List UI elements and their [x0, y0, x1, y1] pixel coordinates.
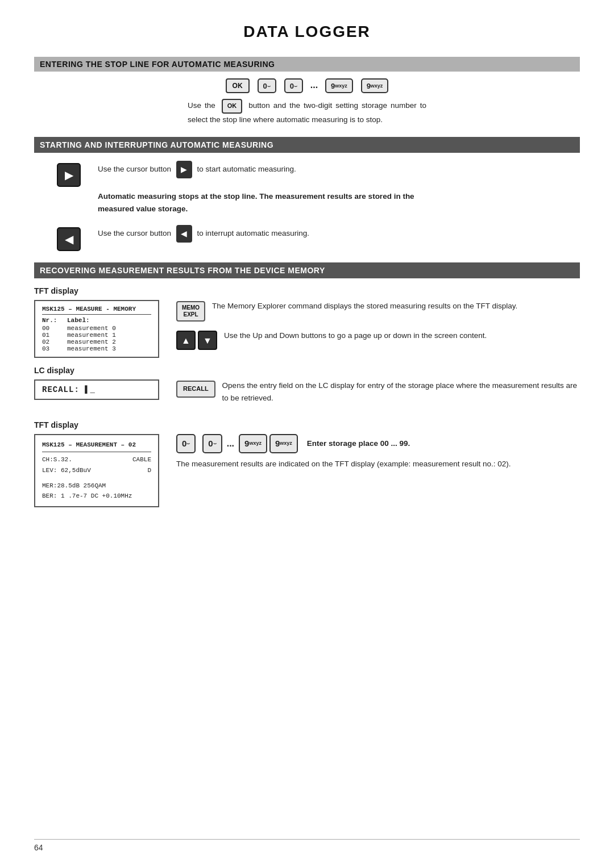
stop-line-section: ENTERING THE STOP LINE FOR AUTOMATIC MEA…: [34, 57, 580, 126]
tft2-row0-left: CH:S.32.: [42, 454, 72, 465]
auto-measuring-section: STARTING AND INTERRUPTING AUTOMATIC MEAS…: [34, 137, 580, 251]
storage-ellipsis: ...: [227, 436, 234, 451]
tft2-row1-left: LEV: 62,5dBuV: [42, 465, 91, 476]
tft2-row-3: BER: 1 .7e-7 DC +0.10MHz: [42, 491, 151, 502]
tft2-row-spacer: [42, 476, 151, 481]
row1-prefix: Use the cursor button: [98, 165, 171, 173]
tft2-row-1: LEV: 62,5dBuV D: [42, 465, 151, 476]
tft1-nr-2: 02: [42, 339, 58, 345]
right-arrow-icon-large: ▶: [57, 163, 81, 187]
tft1-label-0: measurement 0: [67, 325, 116, 332]
inline-right-arrow: ▶: [176, 161, 192, 178]
tft1-title: MSK125 – MEASURE - MEMORY: [42, 306, 151, 315]
right-arrow-button: ▶: [57, 163, 81, 187]
row2-suffix: to interrupt automatic measuring.: [197, 229, 309, 237]
down-button: ▼: [198, 331, 217, 350]
left-arrow-button: ◀: [57, 227, 81, 251]
memo-expl-line2: EXPL: [183, 311, 198, 318]
tft2-right-col: 0⌣ 0⌣ ... 9wxyz 9wxyz Enter storage plac…: [176, 434, 580, 470]
up-button: ▲: [176, 331, 196, 350]
tft2-row3-left: BER: 1 .7e-7 DC +0.10MHz: [42, 491, 132, 502]
tft2-title: MSK125 – MEASUREMENT – 02: [42, 440, 151, 453]
tft2-row2-left: MER:28.5dB 256QAM: [42, 481, 106, 491]
tft1-nr-3: 03: [42, 345, 58, 352]
stop-line-header: ENTERING THE STOP LINE FOR AUTOMATIC MEA…: [34, 57, 580, 72]
tft1-label-2: measurement 2: [67, 339, 116, 345]
tft2-description: The measurement results are indicated on…: [176, 458, 580, 470]
recovering-section: RECOVERING MEASUREMENT RESULTS FROM THE …: [34, 262, 580, 507]
tft1-label-3: measurement 3: [67, 345, 116, 352]
row2-prefix: Use the cursor button: [98, 229, 171, 237]
memo-expl-button: MEMO EXPL: [176, 301, 205, 322]
storage-zero-1: 0⌣: [176, 434, 196, 453]
left-arrow-icon-large: ◀: [57, 227, 81, 251]
storage-zero-2: 0⌣: [202, 434, 222, 453]
tft-display-box-2-area: MSK125 – MEASUREMENT – 02 CH:S.32. CABLE…: [34, 434, 159, 507]
recovering-right-col: MEMO EXPL The Memory Explorer command di…: [176, 300, 580, 358]
tft-display-label-2: TFT display: [34, 420, 580, 429]
tft1-row-1: 01 measurement 1: [42, 332, 151, 339]
recovering-tft1-subsection: TFT display MSK125 – MEASURE - MEMORY Nr…: [34, 286, 580, 358]
tft2-row-2: MER:28.5dB 256QAM: [42, 481, 151, 491]
tft1-col-nr: Nr.:: [42, 317, 58, 324]
tft2-row-0: CH:S.32. CABLE: [42, 454, 151, 465]
zero-sub-2: ⌣: [294, 83, 297, 89]
lc-display-area: LC display RECALL: ▌_: [34, 366, 159, 400]
zero-key-2: 0⌣: [284, 78, 303, 93]
auto-measuring-row-2-text: Use the cursor button ◀ to interrupt aut…: [98, 225, 309, 242]
storage-key-row: 0⌣ 0⌣ ... 9wxyz 9wxyz Enter storage plac…: [176, 434, 580, 453]
nine-sub-2: wxyz: [371, 83, 383, 89]
zero-sub-1: ⌣: [267, 83, 271, 89]
tft1-col-label: Label:: [67, 317, 90, 324]
bottom-divider: [34, 839, 580, 840]
inline-left-arrow: ◀: [176, 225, 192, 242]
row1-bold: Automatic measuring stops at the stop li…: [98, 192, 414, 213]
nine-sub-1: wxyz: [335, 83, 347, 89]
tft-box-2: MSK125 – MEASUREMENT – 02 CH:S.32. CABLE…: [34, 434, 159, 507]
recovering-lc-row: LC display RECALL: ▌_ RECALL Opens the e…: [34, 366, 580, 412]
recovering-header: RECOVERING MEASUREMENT RESULTS FROM THE …: [34, 262, 580, 278]
storage-nine-2: 9wxyz: [269, 434, 298, 453]
nine-key-2: 9wxyz: [361, 78, 389, 93]
memo-expl-line1: MEMO: [182, 304, 200, 311]
auto-measuring-row-2: ◀ Use the cursor button ◀ to interrupt a…: [34, 225, 580, 251]
tft2-row0-right: CABLE: [132, 454, 151, 465]
tft-display-label-1: TFT display: [34, 286, 580, 295]
recovering-tft1-row: MSK125 – MEASURE - MEMORY Nr.: Label: 00…: [34, 300, 580, 358]
row1-suffix: to start automatic measuring.: [197, 165, 296, 173]
storage-nine-1: 9wxyz: [239, 434, 267, 453]
up-down-icons: ▲ ▼: [176, 329, 217, 350]
recall-icon: RECALL: [176, 379, 215, 398]
zero-key-1: 0⌣: [258, 78, 276, 93]
memo-expl-row: MEMO EXPL The Memory Explorer command di…: [176, 300, 580, 322]
tft-box-1: MSK125 – MEASURE - MEMORY Nr.: Label: 00…: [34, 300, 159, 358]
tft1-nr-1: 01: [42, 332, 58, 339]
tft2-row1-right: D: [147, 465, 151, 476]
recall-text: RECALL: ▌_: [42, 385, 96, 394]
lc-display-box: RECALL: ▌_: [34, 379, 159, 400]
auto-measuring-row-1-text: Use the cursor button ▶ to start automat…: [98, 161, 439, 215]
stop-line-desc-prefix: Use the: [188, 101, 215, 110]
tft1-nr-0: 00: [42, 325, 58, 332]
recall-right-col: RECALL Opens the entry field on the LC d…: [176, 366, 580, 412]
ellipsis: ...: [310, 80, 318, 90]
nine-key-1: 9wxyz: [325, 78, 353, 93]
recovering-tft2-row: MSK125 – MEASUREMENT – 02 CH:S.32. CABLE…: [34, 434, 580, 507]
up-down-description: Use the Up and Down buttons to go a page…: [224, 329, 487, 342]
up-down-row: ▲ ▼ Use the Up and Down buttons to go a …: [176, 329, 580, 350]
recall-row: RECALL Opens the entry field on the LC d…: [176, 379, 580, 404]
storage-desc: Enter storage place 00 ... 99.: [307, 437, 410, 450]
tft1-row-2: 02 measurement 2: [42, 339, 151, 345]
page-title: DATA LOGGER: [34, 23, 580, 41]
lc-display-label: LC display: [34, 366, 159, 375]
tft1-row-0: 00 measurement 0: [42, 325, 151, 332]
recovering-lc-subsection: LC display RECALL: ▌_ RECALL Opens the e…: [34, 366, 580, 412]
page-number: 64: [34, 843, 43, 852]
memo-expl-description: The Memory Explorer command displays the…: [212, 300, 517, 312]
tft-display-box-1: MSK125 – MEASURE - MEMORY Nr.: Label: 00…: [34, 300, 159, 358]
stop-line-description: Use the OK button and the two-digit sett…: [34, 99, 580, 126]
auto-measuring-row-1: ▶ Use the cursor button ▶ to start autom…: [34, 161, 580, 215]
auto-measuring-header: STARTING AND INTERRUPTING AUTOMATIC MEAS…: [34, 137, 580, 153]
tft1-row-3: 03 measurement 3: [42, 345, 151, 352]
ok-key: OK: [226, 78, 250, 93]
